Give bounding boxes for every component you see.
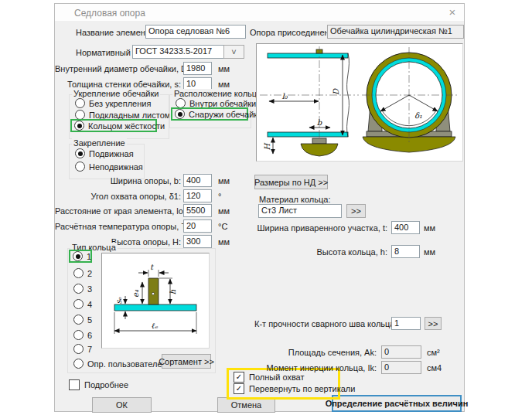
svg-text:δ₁: δ₁ [414, 111, 422, 120]
ring-height-unit: мм [424, 247, 435, 257]
saddle-support-dialog: Седловая опора × Название элемента: Опор… [54, 3, 465, 412]
checkbox-checked-icon[interactable]: ✓ [234, 383, 244, 394]
support-height-input[interactable]: 300 [183, 235, 212, 248]
doc-combobox[interactable]: ГОСТ 34233.5-2017 [132, 45, 224, 59]
ring-height-input[interactable]: 8 [391, 245, 420, 258]
temperature-label: Расчётная температура опоры, T: [55, 222, 181, 231]
radio-icon[interactable] [73, 268, 84, 278]
svg-text:h: h [169, 289, 177, 294]
checkbox-checked-icon[interactable]: ✓ [234, 372, 244, 383]
ring-material-field[interactable]: Ст3 Лист [258, 204, 342, 218]
cancel-button[interactable]: Отмена [217, 397, 275, 413]
close-icon[interactable]: × [444, 5, 461, 20]
temperature-unit: °C [218, 222, 227, 231]
svg-text:sₑ: sₑ [114, 297, 123, 304]
radio-stiffening-ring-highlight[interactable]: Кольцом жёсткости [70, 119, 157, 132]
radio-icon[interactable] [73, 299, 84, 309]
weld-width-unit: мм [424, 223, 435, 233]
saddle-diagram: l₀ D b H [257, 44, 462, 161]
ring-rect [148, 278, 159, 304]
radio-icon[interactable] [175, 109, 185, 119]
wrap-angle-label: Угол охвата опоры, δ1: [55, 192, 181, 201]
radio-outside-shell-highlight[interactable]: Снаружи обечайки [171, 107, 248, 121]
radio-ring-type-5[interactable]: 5 [73, 315, 92, 325]
radio-ring-type-1-highlight[interactable]: 1 [69, 250, 92, 263]
full-wrap-checkbox-row[interactable]: ✓ Полный охват [234, 372, 305, 383]
sortament-button[interactable]: Сортамент >> [162, 354, 211, 369]
wrap-angle-input[interactable]: 120 [183, 189, 212, 202]
checkbox-icon[interactable] [69, 379, 80, 390]
support-width-label: Ширина опоры, b: [55, 176, 181, 185]
radio-ring-type-4[interactable]: 4 [73, 299, 92, 309]
inertia-moment-field: 0 [381, 361, 421, 374]
inertia-moment-label: Момент инерции кольца, Ik: [248, 363, 377, 372]
support-width-input[interactable]: 400 [183, 174, 212, 187]
radio-movable[interactable]: Подвижная [75, 148, 134, 158]
radio-icon[interactable] [73, 315, 84, 325]
svg-text:b: b [317, 118, 322, 127]
wrap-angle-unit: ° [218, 192, 221, 201]
dialog-title: Седловая опора [74, 8, 145, 19]
radio-icon[interactable] [75, 162, 85, 172]
element-name-label: Название элемента: [76, 28, 156, 37]
ring-type-diagram-panel: t h e₄ sₑ ℓₑ [101, 253, 210, 349]
chevron-down-icon[interactable]: ˅ [223, 45, 244, 59]
shell-diameter-unit: мм [218, 64, 230, 73]
radio-icon[interactable] [73, 251, 83, 261]
edge-distance-input[interactable]: 5500 [183, 204, 212, 217]
material-more-button[interactable]: >> [346, 204, 366, 218]
radio-ring-type-2[interactable]: 2 [73, 268, 92, 278]
svg-text:H: H [263, 142, 271, 150]
shell-diameter-input[interactable]: 1980 [183, 62, 212, 75]
temperature-input[interactable]: 20 [183, 219, 212, 233]
shell-diameter-label: Внутренний диаметр обечайки, D: [55, 64, 181, 73]
ring-material-label: Материал кольца: [259, 195, 331, 204]
shell-thickness-label: Толщина стенки обечайки, s: [55, 80, 181, 89]
weld-width-input[interactable]: 400 [391, 221, 420, 234]
radio-no-reinforcement[interactable]: Без укрепления [75, 98, 151, 108]
radio-icon[interactable] [75, 98, 85, 108]
shell-thickness-unit: мм [218, 80, 230, 89]
ring-section-diagram: t h e₄ sₑ ℓₑ [102, 253, 209, 348]
section-area-field: 0 [381, 345, 421, 359]
radio-icon[interactable] [75, 148, 85, 158]
radio-ring-type-user[interactable]: Опр. пользователем [73, 359, 168, 369]
edge-distance-unit: мм [218, 206, 230, 216]
radio-icon[interactable] [73, 330, 84, 340]
radio-fixed[interactable]: Неподвижная [75, 162, 143, 172]
radio-icon[interactable] [73, 359, 84, 369]
radio-ring-type-3[interactable]: 3 [73, 284, 92, 294]
ok-button[interactable]: ОК [92, 397, 152, 413]
svg-text:t: t [150, 263, 154, 271]
ring-position-group-title: Расположение кольца [172, 89, 263, 98]
weld-factor-more-button[interactable]: >> [425, 317, 442, 330]
fixing-group-title: Закрепление [72, 138, 127, 148]
element-name-input[interactable]: Опора седловая №6 [145, 25, 246, 39]
reinforcement-group-title: Укрепление обечайки [72, 89, 160, 98]
ring-height-label: Высота кольца, h: [254, 247, 387, 257]
svg-text:l₀: l₀ [281, 92, 288, 100]
nd-sizes-button[interactable]: Размеры по НД >> [254, 175, 328, 189]
shell-wall-strip [114, 304, 196, 311]
edge-distance-label: Расстояние от края элемента, lo: [55, 206, 181, 216]
calc-values-button[interactable]: Определение расчётных величин [332, 395, 462, 412]
svg-text:ℓₑ: ℓₑ [152, 321, 158, 330]
weld-factor-label: К-т прочности сварного шва кольца, фk: [254, 319, 387, 328]
weld-width-label: Ширина приваренного участка, t: [254, 223, 387, 233]
inertia-moment-unit: см4 [427, 363, 442, 372]
flip-vertical-checkbox-row[interactable]: ✓ Перевернуть по вертикали [234, 383, 355, 394]
section-area-unit: см² [427, 348, 440, 357]
weld-factor-input[interactable]: 1 [391, 317, 421, 330]
cross-view: δ₁ [362, 47, 458, 152]
details-checkbox-row[interactable]: Подробнее [69, 379, 128, 390]
radio-ring-type-6[interactable]: 6 [73, 330, 92, 340]
radio-ring-type-7[interactable]: 7 [73, 344, 92, 354]
attached-to-field: Обечайка цилиндрическая №1 [327, 25, 464, 39]
radio-icon[interactable] [74, 121, 84, 131]
radio-icon[interactable] [73, 344, 84, 354]
support-width-unit: мм [218, 176, 230, 185]
titlebar: Седловая опора × [55, 4, 464, 21]
radio-icon[interactable] [73, 284, 84, 294]
svg-text:e₄: e₄ [131, 289, 140, 298]
section-area-label: Площадь сечения, Ak: [248, 348, 377, 357]
